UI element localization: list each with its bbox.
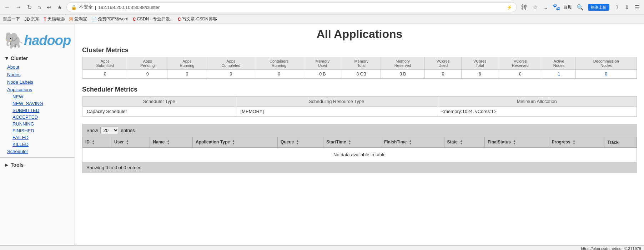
col-queue[interactable]: Queue ▲▼ [277, 137, 323, 148]
val-scheduling-resource-type: [MEMORY] [236, 107, 437, 117]
sidebar-item-failed[interactable]: FAILED [0, 134, 75, 141]
bookmark-pdf[interactable]: 📄 免费PDF转word [91, 16, 129, 22]
security-label: 不安全 [79, 4, 93, 10]
sidebar-item-nodes[interactable]: Nodes [0, 71, 75, 78]
show-entries-bar: Show 10 20 50 100 entries [82, 124, 637, 137]
col-progress[interactable]: Progress ▲▼ [549, 137, 604, 148]
col-id[interactable]: ID ▲▼ [82, 137, 111, 148]
val-memory-reserved: 0 B [381, 70, 425, 79]
col-memory-used: MemoryUsed [303, 57, 342, 70]
col-minimum-allocation: Minimum Allocation [437, 97, 637, 107]
applications-table: ID ▲▼ User ▲▼ Name ▲▼ Application Type ▲… [82, 137, 637, 162]
sidebar-item-new[interactable]: NEW [0, 93, 75, 100]
cluster-section: ▼ Cluster About Nodes Node Labels Applic… [0, 53, 75, 155]
status-url: https://blog.csdn.net/qq_41311979 [581, 246, 641, 250]
elephant-icon: 🐘 [4, 31, 24, 50]
col-vcores-total: VCoresTotal [462, 57, 498, 70]
bookmark-taobao[interactable]: 淘 爱淘宝 [69, 16, 87, 22]
sidebar-item-submitted[interactable]: SUBMITTED [0, 107, 75, 114]
col-start-time[interactable]: StartTime ▲▼ [323, 137, 381, 148]
val-memory-used: 0 B [303, 70, 342, 79]
col-memory-total: MemoryTotal [342, 57, 381, 70]
sidebar-item-new-saving[interactable]: NEW_SAVING [0, 100, 75, 107]
menu-button[interactable]: ☰ [633, 3, 641, 11]
val-minimum-allocation: <memory:1024, vCores:1> [437, 107, 637, 117]
dark-mode-button[interactable]: ☽ [612, 3, 620, 11]
back-button[interactable]: ← [3, 3, 11, 11]
main-content: All Applications Cluster Metrics AppsSub… [75, 24, 644, 245]
cluster-section-title[interactable]: ▼ Cluster [0, 53, 75, 63]
tools-section-title[interactable]: ► Tools [0, 160, 75, 170]
hadoop-text: hadoop [24, 33, 71, 48]
cluster-label: Cluster [11, 55, 28, 61]
start-time-sort-arrows: ▲▼ [348, 139, 351, 145]
sidebar-item-node-labels[interactable]: Node Labels [0, 78, 75, 86]
bookmark-csdn1[interactable]: C CSDN - 专业开发... [133, 16, 173, 22]
col-track[interactable]: Track [604, 137, 637, 148]
app-type-sort-arrows: ▲▼ [232, 139, 235, 145]
col-state[interactable]: State ▲▼ [444, 137, 484, 148]
val-apps-completed: 0 [207, 70, 255, 79]
sidebar-item-accepted[interactable]: ACCEPTED [0, 114, 75, 121]
bookmark-csdn2[interactable]: C 写文章-CSDN博客 [178, 16, 217, 22]
col-finish-time[interactable]: FinishTime ▲▼ [381, 137, 444, 148]
user-sort-arrows: ▲▼ [126, 139, 129, 145]
address-bar[interactable]: 🔒 不安全 | 192.168.200.103:8088/cluster ⚡ [66, 2, 517, 12]
col-apps-running: AppsRunning [167, 57, 207, 70]
cluster-metrics-table: AppsSubmitted AppsPending AppsRunning Ap… [82, 57, 637, 79]
bookmarks-bar: 百度一下 JD 京东 T 天猫精选 淘 爱淘宝 📄 免费PDF转word C C… [0, 14, 644, 24]
sidebar-item-about[interactable]: About [0, 63, 75, 71]
download-button[interactable]: ⇓ [623, 3, 630, 11]
bookmark-button[interactable]: ☆ [531, 3, 539, 11]
col-final-status[interactable]: FinalStatus ▲▼ [485, 137, 549, 148]
col-scheduling-resource-type: Scheduling Resource Type [236, 97, 437, 107]
sidebar-item-running[interactable]: RUNNING [0, 121, 75, 127]
showing-entries-text: Showing 0 to 0 of 0 entries [86, 165, 141, 170]
sidebar-divider [0, 157, 75, 158]
search-button[interactable]: 🔍 [575, 3, 585, 11]
sidebar-item-applications[interactable]: Applications [0, 86, 75, 93]
bookmark-tmall[interactable]: T 天猫精选 [44, 16, 64, 22]
val-memory-total: 8 GB [342, 70, 381, 79]
col-user[interactable]: User ▲▼ [111, 137, 150, 148]
show-label: Show [86, 128, 98, 133]
bookmark-list-button[interactable]: ⌄ [542, 3, 549, 11]
bookmark-baidu[interactable]: 百度一下 [3, 16, 20, 22]
lightning-icon: ⚡ [507, 5, 512, 10]
logo-area: 🐘 hadoop [0, 28, 75, 53]
address-separator: | [95, 5, 96, 10]
sidebar: 🐘 hadoop ▼ Cluster About Nodes Node Labe… [0, 24, 75, 245]
back-page-button[interactable]: ↩ [45, 3, 53, 11]
sidebar-item-killed[interactable]: KILLED [0, 141, 75, 148]
active-nodes-link[interactable]: 1 [558, 72, 560, 77]
page-title: All Applications [82, 28, 637, 41]
translate-button[interactable]: 转 [520, 3, 528, 12]
forward-button[interactable]: → [14, 3, 23, 11]
col-application-type[interactable]: Application Type ▲▼ [193, 137, 278, 148]
val-containers-running: 0 [255, 70, 303, 79]
col-name[interactable]: Name ▲▼ [150, 137, 193, 148]
bookmark-star-button[interactable]: ★ [56, 3, 64, 11]
state-sort-arrows: ▲▼ [460, 139, 463, 145]
val-vcores-total: 8 [462, 70, 498, 79]
entries-select[interactable]: 10 20 50 100 [100, 127, 119, 134]
val-decommission-nodes: 0 [575, 70, 637, 79]
decommission-nodes-link[interactable]: 0 [605, 72, 608, 77]
extension-button[interactable]: 格洛上传 [588, 4, 609, 11]
col-active-nodes: ActiveNodes [542, 57, 576, 70]
app-container: 🐘 hadoop ▼ Cluster About Nodes Node Labe… [0, 24, 644, 245]
home-button[interactable]: ⌂ [36, 3, 42, 11]
reload-button[interactable]: ↻ [26, 3, 33, 11]
val-active-nodes: 1 [542, 70, 576, 79]
sidebar-item-scheduler[interactable]: Scheduler [0, 148, 75, 155]
scheduler-metrics-title: Scheduler Metrics [82, 86, 637, 93]
baidu-icon: 🐾 [552, 3, 560, 11]
val-vcores-used: 0 [425, 70, 462, 79]
progress-sort-arrows: ▲▼ [573, 139, 575, 145]
metrics-row: 0 0 0 0 0 0 B 8 GB 0 B 0 8 0 1 0 [82, 70, 637, 79]
sidebar-item-finished[interactable]: FINISHED [0, 127, 75, 134]
entries-label: entries [121, 128, 135, 133]
cluster-metrics-title: Cluster Metrics [82, 46, 637, 54]
bookmark-jd[interactable]: JD 京东 [24, 16, 39, 22]
id-sort-arrows: ▲▼ [92, 139, 95, 145]
